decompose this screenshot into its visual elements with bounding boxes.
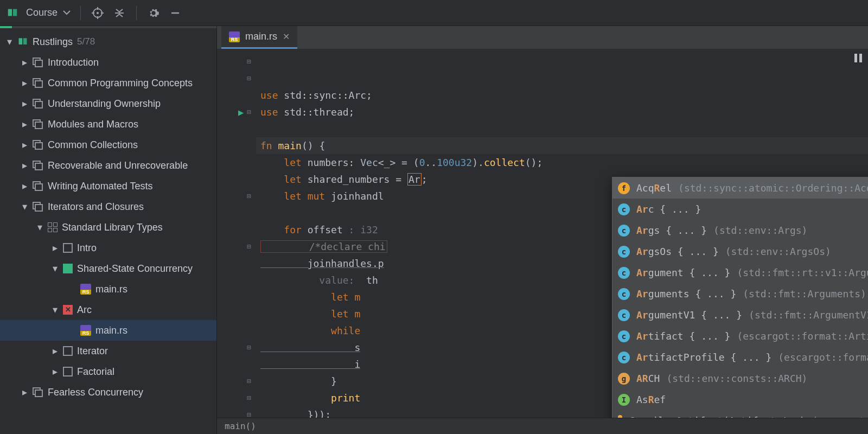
completion-item[interactable]: cArc { ... } xyxy=(612,199,868,220)
fold-icon[interactable]: ⊟ xyxy=(247,411,251,418)
svg-rect-26 xyxy=(854,54,857,62)
completion-item[interactable]: cArgsOs { ... } (std::env::ArgsOs) xyxy=(612,241,868,262)
completion-badge: c xyxy=(618,288,630,300)
square-icon xyxy=(63,367,73,376)
fold-icon[interactable]: ⊟ xyxy=(247,343,251,352)
completion-badge: f xyxy=(618,415,622,418)
completion-item[interactable]: cArgument { ... } (std::fmt::rt::v1::Arg… xyxy=(612,262,868,283)
stack-icon xyxy=(33,119,43,129)
svg-point-1 xyxy=(97,12,99,14)
completion-item[interactable]: cArgs { ... } (std::env::Args) xyxy=(612,220,868,241)
chevron-down-icon: ▾ xyxy=(21,201,28,213)
svg-rect-23 xyxy=(35,205,42,211)
separator xyxy=(80,6,81,20)
pause-icon[interactable] xyxy=(854,53,863,63)
chevron-down-icon: ▾ xyxy=(5,36,13,48)
course-selector[interactable]: Course xyxy=(26,7,71,18)
tree-label: Modules and Macros xyxy=(48,119,138,130)
completion-item[interactable]: cArgumentV1 { ... } (std::fmt::ArgumentV… xyxy=(612,304,868,326)
gutter: ⊟ ⊟ ▶⊟ ⊟ ⊟ ⊟ ⊟ ⊟ ⊟ xyxy=(217,49,256,418)
breadcrumb[interactable]: main() xyxy=(217,418,868,434)
tree-item[interactable]: ▸Factorial xyxy=(0,361,216,382)
gear-icon[interactable] xyxy=(146,6,161,20)
completion-name: Args { ... } xyxy=(636,225,707,236)
tree-label: Shared-State Concurrency xyxy=(77,263,193,275)
svg-rect-19 xyxy=(35,163,42,170)
svg-rect-27 xyxy=(859,54,862,62)
tree-item[interactable]: ▸Fearless Concurrency xyxy=(0,382,216,403)
fold-icon[interactable]: ⊟ xyxy=(247,58,251,66)
completion-item[interactable]: gARCH (std::env::consts::ARCH) xyxy=(612,368,868,389)
completion-extra: (std::fmt::ArgumentV1) xyxy=(749,309,868,321)
completion-item[interactable]: IAsRef xyxy=(612,389,868,410)
fold-icon[interactable]: ⊟ xyxy=(247,242,251,251)
completion-item[interactable]: cArtifact { ... } (escargot::format::Art… xyxy=(612,326,868,347)
tree-item[interactable]: ▸Intro xyxy=(0,238,216,258)
run-icon[interactable]: ▶ xyxy=(238,107,244,118)
tree-file-selected[interactable]: RSmain.rs xyxy=(0,320,216,341)
tree-item[interactable]: ▸Understanding Ownership xyxy=(0,93,216,114)
book-icon xyxy=(7,7,18,19)
breadcrumb-item: main() xyxy=(225,421,256,431)
tree-item[interactable]: ▾Standard Library Types xyxy=(0,217,216,238)
chevron-right-icon: ▸ xyxy=(21,159,28,171)
error-icon xyxy=(63,305,73,315)
chevron-right-icon: ▸ xyxy=(21,139,28,151)
tree-item[interactable]: ▸Common Programming Concepts xyxy=(0,73,216,93)
tree-item[interactable]: ▸Introduction xyxy=(0,52,216,73)
completion-item[interactable]: fAcqRel (std::sync::atomic::Ordering::Ac… xyxy=(612,177,868,199)
completion-item[interactable]: cArtifactProfile { ... } (escargot::form… xyxy=(612,347,868,368)
chevron-down-icon: ▾ xyxy=(51,304,59,316)
minimize-icon[interactable] xyxy=(168,6,182,20)
tree-item[interactable]: ▸Common Collections xyxy=(0,135,216,155)
tree-item[interactable]: ▾Shared-State Concurrency xyxy=(0,258,216,279)
target-icon[interactable] xyxy=(91,6,105,20)
tree-label: Iterators and Closures xyxy=(48,201,144,213)
fold-icon[interactable]: ⊟ xyxy=(247,74,251,82)
tab-main-rs[interactable]: RS main.rs ✕ xyxy=(221,26,297,49)
code-editor[interactable]: ⊟ ⊟ ▶⊟ ⊟ ⊟ ⊟ ⊟ ⊟ ⊟ use std::sync::Arc; u… xyxy=(217,49,868,418)
fold-icon[interactable]: ⊟ xyxy=(247,192,251,200)
tree-item[interactable]: ▸Writing Automated Tests xyxy=(0,176,216,196)
tree-label: Introduction xyxy=(48,57,99,68)
tree-label: Intro xyxy=(77,242,97,254)
stack-icon xyxy=(33,202,43,212)
tree-root[interactable]: ▾ Rustlings 5/78 xyxy=(0,31,216,52)
fold-icon[interactable]: ⊟ xyxy=(247,394,251,402)
rust-file-icon: RS xyxy=(80,325,91,336)
tree-item[interactable]: ▸Iterator xyxy=(0,341,216,361)
editor-tabs: RS main.rs ✕ xyxy=(217,26,868,49)
chevron-right-icon: ▸ xyxy=(21,118,28,130)
completion-name: Artifact { ... } xyxy=(636,330,730,342)
tree-label: Understanding Ownership xyxy=(48,98,161,110)
fold-icon[interactable]: ⊟ xyxy=(247,377,251,385)
fold-icon[interactable]: ⊟ xyxy=(247,108,251,116)
stack-icon xyxy=(33,387,43,397)
svg-rect-25 xyxy=(35,390,42,397)
editor-area: RS main.rs ✕ ⊟ ⊟ ▶⊟ ⊟ ⊟ ⊟ xyxy=(217,26,868,434)
completion-name: ArtifactProfile { ... } xyxy=(636,352,771,363)
tree-item[interactable]: ▾Arc xyxy=(0,299,216,320)
chevron-down-icon: ▾ xyxy=(36,221,43,233)
tree-file[interactable]: RSmain.rs xyxy=(0,279,216,299)
tree-item[interactable]: ▾Iterators and Closures xyxy=(0,196,216,217)
completion-badge: I xyxy=(618,394,630,406)
close-icon[interactable]: ✕ xyxy=(283,31,290,42)
rust-file-icon: RS xyxy=(80,284,91,295)
completion-popup: fAcqRel (std::sync::atomic::Ordering::Ac… xyxy=(612,177,868,418)
tree-item[interactable]: ▸Recoverable and Unrecoverable xyxy=(0,155,216,176)
completion-item[interactable]: cArguments { ... } (std::fmt::Arguments) xyxy=(612,283,868,304)
collapse-icon[interactable] xyxy=(112,6,126,20)
svg-rect-9 xyxy=(35,60,42,67)
completion-badge: f xyxy=(618,182,630,194)
completion-item[interactable]: fCompilerArtifact(Artifact<'a>) (escargo… xyxy=(612,410,868,418)
tree-label: Fearless Concurrency xyxy=(48,387,143,398)
course-sidebar: ▾ Rustlings 5/78 ▸Introduction ▸Common P… xyxy=(0,26,217,434)
completion-extra: (std::fmt::Arguments) xyxy=(743,288,866,299)
svg-rect-11 xyxy=(35,81,42,87)
separator xyxy=(136,6,137,20)
completion-name: Arc { ... } xyxy=(636,203,701,215)
completion-badge: g xyxy=(618,373,630,385)
completion-name: ArgsOs { ... } xyxy=(636,246,719,257)
tree-item[interactable]: ▸Modules and Macros xyxy=(0,114,216,135)
